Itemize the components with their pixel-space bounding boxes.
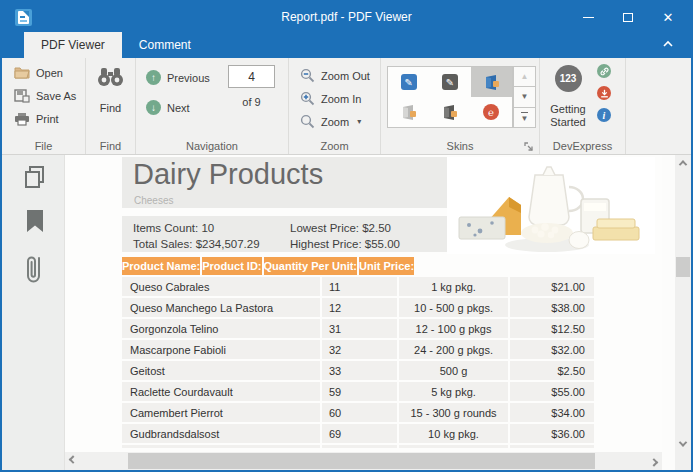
scroll-up-button[interactable] xyxy=(675,155,691,171)
skin-item-office-dark[interactable] xyxy=(429,97,470,127)
quantity-cell: 1 kg pkg. xyxy=(399,277,508,296)
skin-item-pumpkin-red[interactable]: ℮ xyxy=(471,97,512,127)
unit-price-cell: $12.50 xyxy=(510,319,594,338)
zoom-out-icon xyxy=(300,68,315,83)
navigation-group-label: Navigation xyxy=(136,140,288,152)
previous-button[interactable]: ↑ Previous xyxy=(146,70,210,85)
table-header-cell: Quantity Per Unit: xyxy=(264,257,358,275)
quantity-cell: 12 - 100 g pkgs xyxy=(399,319,508,338)
find-button[interactable]: Find xyxy=(86,66,135,114)
horizontal-scroll-thumb[interactable] xyxy=(128,453,595,469)
vertical-scrollbar[interactable] xyxy=(675,155,691,452)
tab-comment[interactable]: Comment xyxy=(122,32,208,58)
tab-pdf-viewer[interactable]: PDF Viewer xyxy=(24,32,122,58)
unit-price-cell: $36.00 xyxy=(510,424,594,443)
skin-item-bezier-dark[interactable]: ✎ xyxy=(429,67,470,97)
next-label: Next xyxy=(167,102,190,114)
scroll-right-button[interactable] xyxy=(646,453,662,469)
scroll-down-button[interactable] xyxy=(675,436,691,452)
thumbnails-button[interactable] xyxy=(22,164,48,192)
unit-price-cell: $32.00 xyxy=(510,340,594,359)
devexpress-group-label: DevExpress xyxy=(540,140,625,152)
collapse-ribbon-button[interactable] xyxy=(663,40,673,48)
previous-icon: ↑ xyxy=(146,70,161,85)
report-header-block: Dairy Products Cheeses xyxy=(122,157,447,208)
page-number-input[interactable] xyxy=(228,65,275,88)
close-icon: ✕ xyxy=(663,11,674,24)
ribbon-group-skins: ✎ ✎ ℮ ▲ ▼ ▼ Skins xyxy=(381,58,540,154)
link-button[interactable] xyxy=(597,64,611,78)
open-folder-icon xyxy=(14,66,30,79)
document-page: Dairy Products Cheeses xyxy=(65,155,662,452)
previous-label: Previous xyxy=(167,72,210,84)
print-button[interactable]: Print xyxy=(14,112,59,126)
open-button[interactable]: Open xyxy=(14,66,63,79)
products-table: Product Name:Product ID:Quantity Per Uni… xyxy=(122,257,594,448)
getting-started-label: Getting Started xyxy=(540,103,596,129)
unit-price-cell: $34.00 xyxy=(510,403,594,422)
getting-started-button[interactable]: 123 Getting Started xyxy=(540,65,596,129)
ribbon-group-zoom: Zoom Out Zoom In Zoom ▾ Zoom xyxy=(289,58,381,154)
scroll-left-button[interactable] xyxy=(65,453,81,469)
skins-gallery: ✎ ✎ ℮ xyxy=(387,66,513,128)
quantity-cell: 5 kg pkg. xyxy=(399,382,508,401)
skins-group-label: Skins xyxy=(381,140,539,152)
ribbon-group-file: Open Save As Print File xyxy=(2,58,86,154)
ribbon-tab-row: PDF Viewer Comment xyxy=(2,32,691,58)
product-id-cell: 60 xyxy=(322,403,397,422)
pdf-viewer-window: Report.pdf - PDF Viewer ✕ PDF Viewer Com… xyxy=(0,0,693,472)
table-header-row: Product Name:Product ID:Quantity Per Uni… xyxy=(122,257,594,275)
zoom-in-icon xyxy=(300,91,315,106)
report-stats-block: Items Count: 10 Total Sales: $234,507.29… xyxy=(122,216,447,252)
table-header-cell: Unit Price: xyxy=(359,257,414,275)
skin-item-office-blue-selected[interactable] xyxy=(471,67,512,97)
unit-price-cell: $38.00 xyxy=(510,298,594,317)
minimize-icon xyxy=(583,17,594,18)
quantity-cell: 500 g xyxy=(399,361,508,380)
bookmarks-button[interactable] xyxy=(22,208,48,236)
skin-item-office-light[interactable] xyxy=(388,97,429,127)
title-bar: Report.pdf - PDF Viewer ✕ xyxy=(2,2,691,32)
skin-item-bezier-blue[interactable]: ✎ xyxy=(388,67,429,97)
product-id-cell: 11 xyxy=(322,277,397,296)
zoom-in-label: Zoom In xyxy=(321,93,361,105)
quantity-cell: 10 kg pkg. xyxy=(399,424,508,443)
download-button[interactable] xyxy=(597,86,611,100)
attachments-icon xyxy=(22,251,48,287)
zoom-menu-button[interactable]: Zoom ▾ xyxy=(300,114,361,129)
product-name-cell: Mascarpone Fabioli xyxy=(122,340,320,359)
find-label: Find xyxy=(86,102,135,114)
horizontal-scrollbar[interactable] xyxy=(65,452,662,470)
gallery-scroll-down-button[interactable]: ▼ xyxy=(513,87,536,107)
next-button[interactable]: ↓ Next xyxy=(146,100,190,115)
info-button[interactable]: i xyxy=(597,108,611,122)
attachments-button[interactable] xyxy=(22,251,48,287)
maximize-button[interactable] xyxy=(621,10,635,24)
gallery-scroll-up-button[interactable]: ▲ xyxy=(513,66,536,87)
product-id-cell: 69 xyxy=(322,424,397,443)
save-as-button[interactable]: Save As xyxy=(14,89,76,103)
gallery-dropdown-button[interactable]: ▼ xyxy=(513,108,536,128)
table-row: Camembert Pierrot 60 15 - 300 g rounds $… xyxy=(122,403,594,422)
product-name-cell: Camembert Pierrot xyxy=(122,403,320,422)
zoom-out-button[interactable]: Zoom Out xyxy=(300,68,370,83)
table-row: Raclette Courdavault 59 5 kg pkg. $55.00 xyxy=(122,382,594,401)
print-label: Print xyxy=(36,113,59,125)
skins-dialog-launcher[interactable] xyxy=(524,139,535,150)
table-header-cell: Product ID: xyxy=(202,257,261,275)
ribbon: Open Save As Print File Find Find ↑ xyxy=(2,58,691,155)
product-name-cell: Gorgonzola Telino xyxy=(122,319,320,338)
vertical-scroll-thumb[interactable] xyxy=(676,257,690,277)
bookmarks-icon xyxy=(22,208,48,234)
table-row: Gorgonzola Telino 31 12 - 100 g pkgs $12… xyxy=(122,319,594,338)
table-header-cell: Product Name: xyxy=(122,257,200,275)
thumbnails-icon xyxy=(22,164,48,190)
close-button[interactable]: ✕ xyxy=(661,10,675,24)
total-sales: Total Sales: $234,507.29 xyxy=(133,236,260,252)
zoom-in-button[interactable]: Zoom In xyxy=(300,91,361,106)
minimize-button[interactable] xyxy=(581,10,595,24)
ribbon-group-find: Find Find xyxy=(86,58,136,154)
navigation-pane xyxy=(2,155,65,470)
table-row: Queso Cabrales 11 1 kg pkg. $21.00 xyxy=(122,277,594,296)
bezier-dark-skin-icon: ✎ xyxy=(442,74,458,90)
